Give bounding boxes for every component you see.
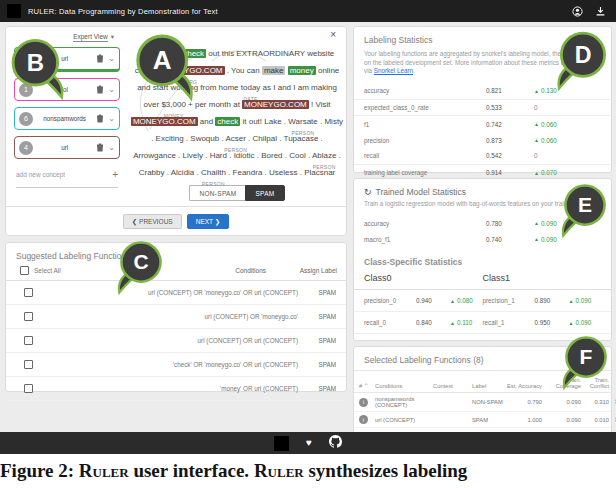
callout-a: A [128,28,200,100]
metric-value: 0.890 [535,297,569,304]
concept-card[interactable]: 4url⌄ [14,136,120,159]
remove-icon[interactable]: ✕ [610,416,616,424]
conditions-column-header: Conditions [235,267,266,274]
class-stats-table: precision_00.940▲0.080precision_10.890▲0… [354,290,611,334]
metric-delta: ▲0.060 [534,121,557,128]
snorkel-learn-link[interactable]: Snorkel Learn [374,67,413,74]
metric-name: accuracy [364,87,486,94]
concept-number-badge: 6 [19,112,33,126]
metric-delta-value: 0.090 [541,220,557,227]
metric-value: 0.780 [486,220,534,227]
suggested-lf-row: url (CONCEPT) OR 'moneygo.co' OR url (CO… [6,281,346,305]
metric-delta: 0 [534,152,538,159]
metric-delta: ▲0.090 [569,319,592,326]
metric-delta-value: 0.080 [457,297,473,304]
up-arrow-icon: ▲ [534,121,539,127]
chevron-down-icon[interactable]: ⌄ [108,144,115,152]
spam-button[interactable]: SPAM [245,185,284,201]
metric-value: 0.873 [486,137,534,144]
info-icon[interactable]: i [359,415,368,424]
select-all-checkbox[interactable] [20,266,29,275]
svg-text:A: A [153,45,172,75]
refresh-icon[interactable]: ↻ [364,188,372,197]
metric-name: recall_0 [364,319,416,326]
download-icon[interactable] [595,6,606,17]
lf-assign-label: SPAM [310,289,336,296]
row-checkbox[interactable] [24,384,33,393]
row-checkbox[interactable] [24,360,33,369]
doc-token: $3,000MONEY [161,100,185,109]
heart-icon[interactable]: ♥ [306,438,312,448]
class-stats-row: precision_00.940▲0.080precision_10.890▲0… [354,290,611,312]
doc-token: it out! Lake . [240,117,288,126]
lf-conflict: 0.010 [582,417,609,423]
concept-card[interactable]: 6nonspamwords⌄ [14,107,120,130]
brand-name: Ruler [79,460,129,482]
suggested-lf-row: 'money' OR url (CONCEPT)SPAM [6,377,346,401]
metric-value: 0.914 [486,169,534,176]
trash-icon[interactable] [96,85,104,94]
svg-text:F: F [580,345,593,368]
class-stats-title: Class-Specific Statistics [364,257,611,267]
doc-token: AcserPERSON [225,134,245,143]
trash-icon[interactable] [96,114,104,123]
chevron-down-icon: ▾ [111,33,114,40]
context-column-header: Context [433,383,471,389]
chevron-down-icon[interactable]: ⌄ [108,55,115,63]
figure-caption: Figure 2: Ruler user interface. Ruler sy… [0,454,616,488]
grey-highlight[interactable]: make [262,66,286,75]
row-checkbox[interactable] [24,336,33,345]
lf-conflict: 0.310 [582,399,609,405]
conditions-column-header: Conditions [375,383,432,389]
row-checkbox[interactable] [24,312,33,321]
green-highlight[interactable]: money [288,66,316,75]
lf-condition: url (CONCEPT) OR 'moneygo.co' [205,313,298,320]
metric-name: recall_1 [483,319,535,326]
previous-button[interactable]: ❮ PREVIOUS [123,214,182,229]
row-checkbox[interactable] [24,288,33,297]
sort-icon: ⌃ [364,383,369,389]
suggested-lf-panel: Suggested Labeling Functions Select All … [5,242,347,392]
suggested-lf-row: 'check' OR 'moneygo.co' OR url (CONCEPT)… [6,353,346,377]
add-concept-row[interactable]: add new concept + [16,169,118,188]
suggested-lf-title: Suggested Labeling Functions [16,251,346,261]
lf-condition: 'check' OR 'moneygo.co' OR url (CONCEPT) [173,361,298,368]
lf-condition: url (CONCEPT) OR url (CONCEPT) [198,337,298,344]
app-titlebar: RULER: Data Programming by Demonstration… [0,0,616,22]
concept-number-badge: 4 [19,141,33,155]
class-stat: precision_10.890▲0.090 [483,297,602,304]
doc-token: + per month at [186,100,242,109]
next-button[interactable]: NEXT ❯ [187,214,229,229]
metric-delta: ▲0.080 [450,297,473,304]
metric-value: 0.950 [535,319,569,326]
chevron-down-icon[interactable]: ⌄ [108,115,115,123]
callout-f: F [557,331,615,389]
maroon-highlight[interactable]: MONEYGO.COM [131,117,198,126]
metric-name: expected_class_0_rate [364,104,486,111]
ruler-logo-icon[interactable] [274,436,289,451]
chevron-right-icon: ❯ [215,218,220,225]
svg-text:D: D [575,42,592,68]
up-arrow-icon: ▲ [534,170,539,176]
metric-delta-value: 0.060 [541,137,557,144]
green-highlight[interactable]: check [215,117,240,126]
lf-assign-label: SPAM [310,385,336,392]
chevron-down-icon[interactable]: ⌄ [108,86,115,94]
trash-icon[interactable] [96,54,104,63]
concept-label: url [33,144,96,151]
remove-icon[interactable]: ✕ [610,398,616,406]
account-icon[interactable] [572,6,583,17]
lf-condition: 'money' OR url (CONCEPT) [220,385,298,392]
trash-icon[interactable] [96,143,104,152]
info-icon[interactable]: i [359,398,368,407]
maroon-highlight[interactable]: MONEYGO.COM [242,100,309,109]
metric-name: training label coverage [364,169,486,176]
workspace: Expert View▾ 0url⌄1lol⌄6nonspamwords⌄4ur… [0,22,616,432]
callout-e: E [556,179,614,237]
row-number-column-header[interactable]: # ⌃ [359,382,374,389]
lf-accuracy: 0.790 [506,399,542,405]
suggested-lf-header: Select All Conditions Assign Label [6,266,346,281]
metric-row: expected_class_0_rate0.5330 [354,100,611,117]
close-icon[interactable]: × [330,30,336,40]
github-icon[interactable] [329,434,342,452]
